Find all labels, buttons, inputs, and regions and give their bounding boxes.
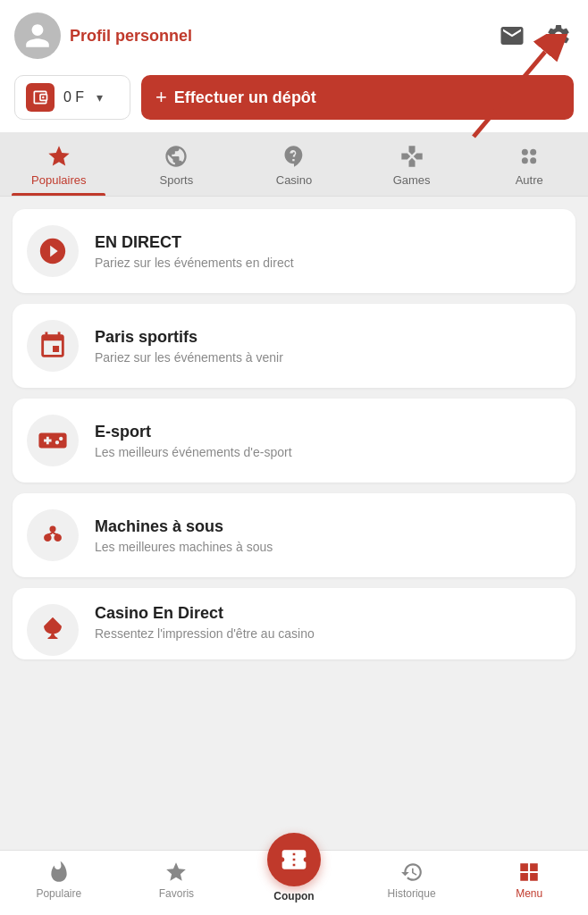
slots-icon bbox=[38, 520, 68, 550]
star-icon bbox=[164, 860, 188, 884]
list-item-en-direct[interactable]: EN DIRECT Pariez sur les événements en d… bbox=[13, 209, 575, 293]
header: Profil personnel bbox=[0, 0, 588, 68]
bottom-nav-favoris-label: Favoris bbox=[159, 887, 194, 900]
nav-tabs: Populaires Sports Casino Games Autre bbox=[0, 132, 588, 197]
content-list: EN DIRECT Pariez sur les événements en d… bbox=[0, 197, 588, 749]
list-subtitle: Ressentez l'impression d'être au casino bbox=[95, 626, 315, 641]
grid-icon bbox=[517, 860, 541, 884]
balance-bar: 0 F ▾ + Effectuer un dépôt bbox=[0, 68, 588, 132]
bottom-nav-populaire[interactable]: Populaire bbox=[0, 860, 118, 900]
tab-populaires[interactable]: Populaires bbox=[0, 132, 118, 196]
deposit-button[interactable]: + Effectuer un dépôt bbox=[141, 75, 574, 120]
spade-icon bbox=[38, 615, 68, 645]
svg-point-6 bbox=[530, 157, 536, 164]
bottom-nav-coupon[interactable]: Coupon bbox=[235, 833, 353, 902]
flame-icon bbox=[47, 860, 71, 884]
tab-games[interactable]: Games bbox=[353, 132, 471, 196]
list-title: E-sport bbox=[95, 423, 292, 441]
svg-point-9 bbox=[49, 525, 55, 532]
svg-point-5 bbox=[522, 157, 528, 164]
live-icon bbox=[38, 236, 68, 266]
live-icon-circle bbox=[27, 225, 79, 277]
list-subtitle: Les meilleurs événements d'e-sport bbox=[95, 445, 292, 459]
calendar-icon-circle bbox=[27, 320, 79, 372]
coupon-button[interactable] bbox=[267, 833, 321, 886]
calendar-icon bbox=[38, 331, 68, 361]
list-text-casino-direct: Casino En Direct Ressentez l'impression … bbox=[95, 604, 315, 641]
list-subtitle: Pariez sur les événements à venir bbox=[95, 350, 283, 365]
list-subtitle: Les meilleures machines à sous bbox=[95, 540, 273, 554]
tab-casino-label: Casino bbox=[276, 173, 312, 187]
bottom-nav-populaire-label: Populaire bbox=[36, 887, 81, 900]
avatar[interactable] bbox=[14, 13, 61, 59]
tab-autre[interactable]: Autre bbox=[470, 132, 588, 196]
tab-games-label: Games bbox=[393, 173, 431, 187]
mail-icon[interactable] bbox=[497, 21, 527, 51]
gamepad-icon-circle bbox=[27, 415, 79, 466]
bottom-nav-coupon-label: Coupon bbox=[273, 890, 314, 902]
header-icons bbox=[497, 21, 574, 51]
list-item-paris-sportifs[interactable]: Paris sportifs Pariez sur les événements… bbox=[13, 304, 575, 388]
list-title: Machines à sous bbox=[95, 517, 273, 536]
svg-point-4 bbox=[530, 149, 536, 155]
autre-icon bbox=[516, 143, 542, 170]
tab-autre-label: Autre bbox=[516, 173, 543, 187]
list-subtitle: Pariez sur les événements en direct bbox=[95, 256, 294, 270]
svg-point-2 bbox=[42, 97, 45, 99]
gamepad-icon bbox=[38, 425, 68, 456]
list-title: Casino En Direct bbox=[95, 604, 315, 623]
ticket-icon bbox=[280, 845, 308, 874]
bottom-nav-favoris[interactable]: Favoris bbox=[118, 860, 236, 900]
deposit-label: Effectuer un dépôt bbox=[174, 88, 316, 107]
bottom-nav-menu-label: Menu bbox=[516, 887, 542, 900]
list-text-en-direct: EN DIRECT Pariez sur les événements en d… bbox=[95, 233, 294, 270]
chevron-down-icon: ▾ bbox=[97, 90, 103, 105]
slots-icon-circle bbox=[27, 509, 79, 561]
bottom-nav-historique[interactable]: Historique bbox=[353, 860, 471, 900]
list-item-e-sport[interactable]: E-sport Les meilleurs événements d'e-spo… bbox=[13, 399, 575, 483]
list-title: Paris sportifs bbox=[95, 328, 283, 347]
settings-icon[interactable] bbox=[543, 21, 574, 51]
games-icon bbox=[399, 143, 425, 170]
casino-icon bbox=[281, 143, 307, 170]
list-title: EN DIRECT bbox=[95, 233, 294, 252]
svg-point-3 bbox=[522, 149, 528, 155]
deposit-plus: + bbox=[155, 86, 167, 109]
bottom-nav-menu[interactable]: Menu bbox=[470, 860, 588, 900]
clock-icon bbox=[400, 860, 424, 884]
bottom-nav: Populaire Favoris Coupon Historique Menu bbox=[0, 850, 588, 915]
bottom-nav-historique-label: Historique bbox=[388, 887, 436, 900]
tab-sports[interactable]: Sports bbox=[118, 132, 236, 196]
balance-box[interactable]: 0 F ▾ bbox=[14, 75, 130, 120]
profile-label[interactable]: Profil personnel bbox=[70, 27, 192, 46]
wallet-icon bbox=[26, 83, 55, 112]
tab-populaires-label: Populaires bbox=[31, 173, 86, 187]
balance-amount: 0 F bbox=[63, 89, 84, 105]
tab-sports-label: Sports bbox=[160, 173, 194, 187]
spade-icon-circle bbox=[27, 604, 79, 656]
populaires-icon bbox=[46, 143, 72, 170]
sports-icon bbox=[163, 143, 189, 170]
header-left: Profil personnel bbox=[14, 13, 192, 59]
list-item-machines-sous[interactable]: Machines à sous Les meilleures machines … bbox=[13, 493, 575, 577]
tab-casino[interactable]: Casino bbox=[235, 132, 353, 196]
list-text-e-sport: E-sport Les meilleurs événements d'e-spo… bbox=[95, 423, 292, 459]
list-text-paris-sportifs: Paris sportifs Pariez sur les événements… bbox=[95, 328, 283, 365]
list-text-machines-sous: Machines à sous Les meilleures machines … bbox=[95, 517, 273, 554]
list-item-casino-direct[interactable]: Casino En Direct Ressentez l'impression … bbox=[13, 588, 575, 659]
